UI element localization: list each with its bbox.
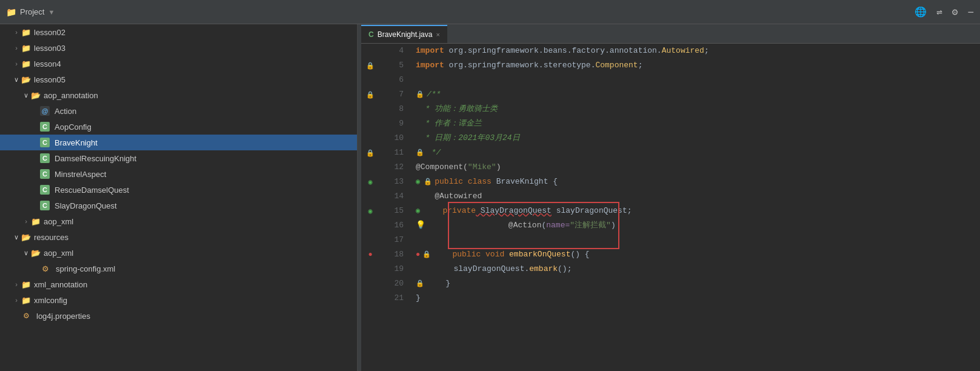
class-icon: C [40,122,50,132]
properties-icon: ⚙ [21,312,32,320]
code-line-18: ● 🔒 public void embarkOnQuest() { [416,247,980,262]
bean-icon-13: ◉ [368,178,372,187]
indent [427,276,445,291]
arrow-icon: › [12,44,21,52]
bean-icon-15: ◉ [368,207,372,216]
gutter-20 [361,276,379,291]
sidebar-item-slaydragonquest[interactable]: C SlayDragonQuest [0,198,357,213]
sidebar-item-xml-annotation[interactable]: › 📁 xml_annotation [0,276,357,292]
folder-open-icon: 📂 [21,233,32,242]
annotation-class-icon: @ [40,106,50,116]
indent [424,204,442,218]
code-line-9: * 作者：谭金兰 [416,116,980,131]
sidebar-item-rescuedamselquest[interactable]: C RescueDamselQuest [0,182,357,198]
sidebar-item-label: AopConfig [55,122,92,132]
sidebar-item-minstrelaspect[interactable]: C MinstrelAspect [0,166,357,182]
code-line-4: import org.springframework.beans.factory… [416,44,980,58]
comment-author: * 作者：谭金兰 [416,116,482,131]
annotation-action: @Action [508,221,542,230]
sidebar-item-resources[interactable]: ∨ 📂 resources [0,229,357,245]
project-header: 📁 Project ▼ [6,7,55,17]
sidebar-item-lesson4[interactable]: › 📁 lesson4 [0,56,357,72]
lock-inline-20: 🔒 [416,276,424,291]
sidebar-item-label: aop_xml [44,217,73,226]
sidebar-item-aop-xml[interactable]: › 📁 aop_xml [0,213,357,229]
sidebar-item-lesson02[interactable]: › 📁 lesson02 [0,24,357,40]
sidebar-item-spring-config[interactable]: ⚙ spring-config.xml [0,261,357,276]
sidebar-item-label: lesson02 [34,28,65,37]
code-line-16: 💡 @Action(name="注解拦截") [416,218,980,233]
tab-close-button[interactable]: × [436,31,439,38]
sidebar-item-label: aop_annotation [44,91,98,100]
comment-open: /** [427,87,441,102]
code-line-12: @Component("Mike") [416,160,980,175]
sidebar-item-action[interactable]: @ Action [0,103,357,119]
sidebar-item-label: Action [55,107,76,116]
lock-inline-11: 🔒 [416,145,424,160]
line-num-16: 16 [379,218,404,233]
sidebar-item-label: MinstrelAspect [55,170,106,179]
tab-filename: BraveKnight.java [378,30,433,39]
method-paren: () { [570,247,589,262]
code-line-5: import org.springframework.stereotype.Co… [416,58,980,73]
import-path: org.springframework.stereotype. [444,58,596,73]
sidebar-item-label: spring-config.xml [56,264,115,273]
lock-inline-18: 🔒 [422,247,431,262]
sidebar-item-label: lesson03 [34,44,65,53]
line-num-10: 10 [379,131,404,145]
minimize-icon[interactable]: − [967,7,974,18]
folder-icon: 📁 [30,217,41,226]
arrow-icon: › [12,296,21,304]
red-circle-inline-18: ● [416,247,420,262]
class-close-brace: } [416,291,421,306]
line-num-14: 14 [379,189,404,204]
settings-icon[interactable]: ⚙ [952,6,958,18]
sidebar-item-xmlconfig[interactable]: › 📁 xmlconfig [0,292,357,308]
comment-close: */ [427,145,441,160]
paren-close: ) [611,221,616,230]
earth-icon[interactable]: 🌐 [915,6,927,18]
sidebar-item-damselrescuingknight[interactable]: C DamselRescuingKnight [0,150,357,166]
folder-open-icon: 📂 [30,249,41,258]
tab-braveknight[interactable]: C BraveKnight.java × [361,25,447,43]
indent-body [416,262,453,276]
sidebar-item-aopconfig[interactable]: C AopConfig [0,119,357,135]
line-num-12: 12 [379,160,404,175]
gutter-16 [361,218,379,233]
import-class: Autowired [662,44,704,58]
annotation-close: ) [496,160,501,175]
arrow-icon: ∨ [22,249,30,257]
sidebar-item-label: BraveKnight [55,138,98,147]
sidebar-item-lesson03[interactable]: › 📁 lesson03 [0,40,357,56]
sidebar-item-label: RescueDamselQuest [55,186,129,195]
gutter-8 [361,102,379,116]
code-line-19: slayDragonQuest.embark(); [416,262,980,276]
project-dropdown-arrow[interactable]: ▼ [48,8,55,16]
method-call: slayDragonQuest. [453,262,529,276]
class-icon: C [40,185,50,195]
code-line-11: 🔒 */ [416,145,980,160]
gutter-14 [361,189,379,204]
lock-icon-11: 🔒 [366,149,375,157]
string-mike: "Mike" [468,160,496,175]
sidebar-item-braveknight[interactable]: C BraveKnight [0,135,357,150]
arrow-icon: › [12,28,21,36]
code-line-10: * 日期：2021年03月24日 [416,131,980,145]
main-layout: › 📁 lesson02 › 📁 lesson03 › 📁 lesson4 ∨ … [0,24,980,371]
sidebar-item-aop-annotation[interactable]: ∨ 📂 aop_annotation [0,87,357,103]
sidebar-item-label: SlayDragonQuest [55,201,117,210]
sidebar-item-log4j[interactable]: ⚙ log4j.properties [0,308,357,324]
equalize-icon[interactable]: ⇌ [936,6,942,18]
sidebar-item-label: lesson4 [34,59,61,69]
gutter-13: ◉ [361,175,379,189]
sidebar-item-aop-xml2[interactable]: ∨ 📂 aop_xml [0,245,357,261]
title-bar: 📁 Project ▼ 🌐 ⇌ ⚙ − [0,0,980,24]
red-circle-18: ● [368,250,372,259]
sidebar-item-lesson05[interactable]: ∨ 📂 lesson05 [0,72,357,87]
line-num-8: 8 [379,102,404,116]
line-num-17: 17 [379,233,404,247]
sidebar-item-label: DamselRescuingKnight [55,154,136,163]
bulb-icon-16[interactable]: 💡 [416,218,425,233]
line-numbers: 4 5 6 7 8 9 10 11 12 13 14 15 16 17 18 1… [379,44,410,371]
annotation-component: @Component( [416,160,468,175]
